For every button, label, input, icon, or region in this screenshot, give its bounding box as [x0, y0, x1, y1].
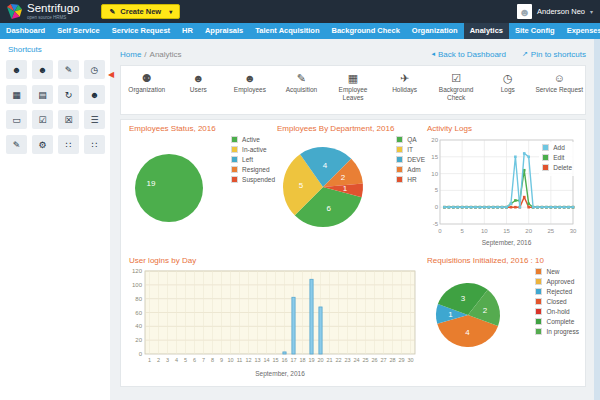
svg-text:1: 1 [343, 184, 348, 193]
nav-item-background-check[interactable]: Background Check [325, 23, 405, 39]
nav-item-hr[interactable]: HR [176, 23, 199, 39]
create-new-label: Create New [120, 7, 161, 16]
vertical-scrollbar[interactable] [594, 39, 600, 400]
shortcut-tile[interactable]: ▭ [6, 110, 27, 129]
nav-item-site-config[interactable]: Site Config [509, 23, 561, 39]
shortcut-tile[interactable]: ☻ [84, 85, 105, 104]
legend-label: On-hold [546, 308, 569, 315]
module-employee-leaves[interactable]: ▦Employee Leaves [327, 66, 379, 114]
svg-text:10: 10 [431, 171, 438, 177]
sidebar-collapse-arrow[interactable]: ◀ [108, 70, 114, 79]
breadcrumb: Home / Analytics ◂ Back to Dashboard ↗ P… [120, 45, 586, 63]
user-name: Anderson Neo [537, 7, 585, 16]
shortcut-tile[interactable]: ◷ [84, 60, 105, 79]
svg-text:80: 80 [135, 296, 142, 302]
chart-title: Employees Status, 2016 [129, 124, 275, 133]
legend-label: In-active [242, 146, 267, 153]
legend-label: Edit [553, 154, 564, 161]
module-holidays[interactable]: ✈Holidays [379, 66, 431, 114]
legend-label: IT [407, 146, 413, 153]
module-acquisition[interactable]: ✎Acquisition [276, 66, 328, 114]
shortcut-tile[interactable]: ✎ [6, 135, 27, 154]
shortcut-tile[interactable]: ∷ [84, 135, 105, 154]
svg-text:19: 19 [146, 179, 155, 188]
legend-swatch [535, 308, 542, 315]
sentrifugo-logo[interactable]: Sentrifugo open source HRMS [7, 3, 79, 20]
legend-swatch [535, 298, 542, 305]
module-employees[interactable]: ☻Employees [224, 66, 276, 114]
nav-item-dashboard[interactable]: Dashboard [0, 23, 51, 39]
topbar: Sentrifugo open source HRMS ✎ Create New… [0, 0, 600, 23]
nav-item-service-request[interactable]: Service Request [106, 23, 176, 39]
legend-item-new: New [535, 268, 579, 275]
svg-text:100: 100 [132, 282, 143, 288]
svg-text:4: 4 [323, 161, 328, 170]
back-arrow-icon: ◂ [431, 50, 435, 58]
create-new-button[interactable]: ✎ Create New ▾ [101, 4, 180, 19]
module-label: Background Check [430, 86, 482, 101]
svg-text:20: 20 [525, 228, 532, 234]
user-menu[interactable]: ☻ Anderson Neo ▾ [517, 4, 593, 19]
pin-to-shortcuts-label: Pin to shortcuts [531, 50, 586, 59]
chart-activity-logs-line: Activity Logs-505101520051015202530Septe… [425, 124, 579, 248]
svg-text:20: 20 [135, 337, 142, 343]
module-users[interactable]: ☻Users [173, 66, 225, 114]
module-background-check[interactable]: ☑Background Check [430, 66, 482, 114]
employee-settings-icon: ☻ [38, 65, 47, 75]
team-icon: ☻ [90, 90, 99, 100]
chart-legend: QAITDEVEAdmHR [396, 134, 425, 238]
legend-item-rejected: Rejected [535, 288, 579, 295]
nav-item-self-service[interactable]: Self Service [51, 23, 106, 39]
svg-text:15: 15 [272, 357, 278, 363]
brand-name: Sentrifugo [27, 3, 79, 15]
shortcut-tile[interactable]: ⚙ [32, 135, 53, 154]
back-to-dashboard-link[interactable]: ◂ Back to Dashboard [431, 50, 506, 59]
shortcuts-title: Shortcuts [8, 45, 104, 54]
svg-text:26: 26 [371, 357, 377, 363]
shortcut-tile[interactable]: ✎ [58, 60, 79, 79]
nav-item-analytics[interactable]: Analytics [464, 23, 509, 39]
svg-text:2: 2 [341, 173, 346, 182]
svg-text:7: 7 [202, 357, 205, 363]
shortcut-tile[interactable]: ▦ [6, 85, 27, 104]
module-logs[interactable]: ◷Logs [482, 66, 534, 114]
breadcrumb-home-link[interactable]: Home [120, 50, 141, 59]
shortcut-tile[interactable]: ☻ [32, 60, 53, 79]
nav-item-organization[interactable]: Organization [406, 23, 464, 39]
legend-label: DEVE [407, 156, 425, 163]
svg-text:20: 20 [317, 357, 323, 363]
svg-text:24: 24 [353, 357, 359, 363]
shortcut-tile[interactable]: ☑ [32, 110, 53, 129]
svg-text:12: 12 [245, 357, 251, 363]
module-service-request[interactable]: ☺Service Request [534, 66, 586, 114]
shortcut-tile[interactable]: ☒ [58, 110, 79, 129]
brand-subtitle: open source HRMS [27, 16, 79, 21]
legend-swatch [542, 164, 549, 171]
svg-text:14: 14 [263, 357, 269, 363]
svg-text:September, 2016: September, 2016 [255, 370, 305, 378]
shortcut-tile[interactable]: ∷ [58, 135, 79, 154]
chart-legend: AddEditDelete [539, 142, 575, 176]
employee-leaves-icon: ▦ [327, 72, 379, 84]
chart-title: Requisitions Initialized, 2016 : 10 [427, 256, 579, 265]
shortcut-tile[interactable]: ☻ [6, 60, 27, 79]
svg-text:1: 1 [448, 310, 453, 319]
shortcut-tile[interactable]: ☰ [84, 110, 105, 129]
svg-text:22: 22 [335, 357, 341, 363]
nav-item-appraisals[interactable]: Appraisals [199, 23, 249, 39]
module-label: Holidays [379, 86, 431, 93]
nav-item-expenses[interactable]: Expenses [561, 23, 600, 39]
legend-item-deve: DEVE [396, 156, 425, 163]
legend-swatch [231, 146, 238, 153]
svg-text:0: 0 [139, 351, 143, 357]
pie-chart-body: 19ActiveIn-activeLeftResignedSuspended [127, 134, 275, 236]
shortcut-tile[interactable]: ▤ [32, 85, 53, 104]
pie-chart-body: 4132NewApprovedRejectedClosedOn-holdComp… [425, 266, 579, 360]
shortcut-tile[interactable]: ↻ [58, 85, 79, 104]
chart-user-logins-bar: User logins by Day0204060801001201234567… [127, 256, 423, 384]
pin-to-shortcuts-link[interactable]: ↗ Pin to shortcuts [522, 50, 586, 59]
module-organization[interactable]: ⚉Organization [121, 66, 173, 114]
nav-item-talent-acquisition[interactable]: Talent Acquisition [249, 23, 325, 39]
chart-employees-status-pie: Employees Status, 201619ActiveIn-activeL… [127, 124, 275, 236]
svg-text:29: 29 [398, 357, 404, 363]
